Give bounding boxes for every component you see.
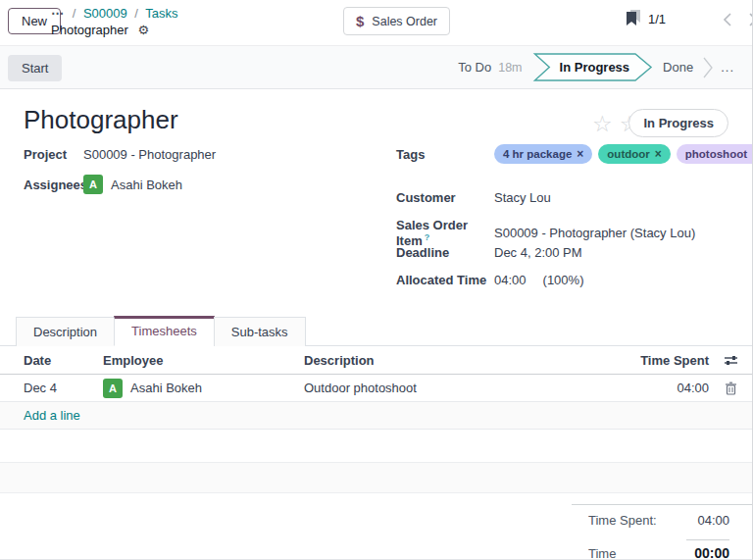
- stage-separator-chevron-icon: [703, 55, 713, 80]
- total-time-spent-row: Time Spent: 04:00: [572, 511, 752, 530]
- star-icon[interactable]: ☆: [592, 111, 613, 136]
- empty-row: [0, 463, 752, 493]
- timesheet-totals: Time Spent: 04:00 Time Remaining? : 00:0…: [572, 504, 752, 560]
- actions-gear-icon[interactable]: ⚙: [137, 23, 149, 37]
- field-label: Tags: [396, 147, 494, 162]
- field-allocated-time: Allocated Time 04:00 (100%): [396, 273, 583, 287]
- field-label: Customer: [396, 190, 494, 205]
- field-tags: Tags 4 hr package × outdoor × photoshoot…: [396, 144, 753, 164]
- field-label: Assignees: [24, 178, 83, 192]
- allocated-time-value[interactable]: 04:00: [494, 273, 527, 287]
- timesheet-time-spent[interactable]: 04:00: [601, 381, 709, 395]
- field-assignees: Assignees A Asahi Bokeh: [24, 175, 182, 194]
- tag-outdoor[interactable]: outdoor ×: [598, 144, 670, 164]
- timesheet-header-row: Date Employee Description Time Spent: [0, 346, 752, 375]
- task-form-sheet: Photographer ☆☆☆ In Progress Project S00…: [0, 90, 752, 559]
- breadcrumb-link-sale-order[interactable]: S00009: [83, 6, 127, 21]
- breadcrumb-separator: /: [134, 6, 138, 21]
- delete-row-trash-icon[interactable]: [709, 382, 752, 395]
- breadcrumb-current-record: Photographer: [51, 23, 128, 37]
- assignee-avatar[interactable]: A: [83, 175, 103, 194]
- chevron-left-icon: [723, 13, 732, 26]
- stage-duration: 18m: [498, 61, 522, 75]
- timesheet-employee[interactable]: A Asahi Bokeh: [103, 379, 304, 398]
- stage-label: Done: [663, 60, 693, 75]
- odoo-task-window: New ⋯ / S00009 / Tasks Photographer ⚙ $ …: [0, 0, 753, 560]
- stage-badge: In Progress: [628, 109, 728, 137]
- field-label: Project: [24, 147, 83, 162]
- control-panel: New ⋯ / S00009 / Tasks Photographer ⚙ $ …: [0, 0, 752, 45]
- notebook-tabs: Description Timesheets Sub-tasks: [0, 317, 752, 346]
- deadline-value[interactable]: Dec 4, 2:00 PM: [494, 245, 582, 260]
- breadcrumb: ⋯ / S00009 / Tasks Photographer ⚙: [51, 5, 178, 38]
- field-project: Project S00009 - Photographer: [24, 147, 216, 162]
- time-remaining-value: 00:00: [686, 539, 729, 560]
- allocated-time-percent: (100%): [543, 273, 584, 287]
- column-header-time-spent[interactable]: Time Spent: [601, 353, 709, 368]
- pager-previous-button[interactable]: [716, 7, 739, 32]
- time-spent-total-label: Time Spent:: [588, 513, 657, 528]
- status-bar: Start To Do 18m In Progress Done: [0, 45, 752, 89]
- add-a-line-row: Add a line: [0, 402, 752, 430]
- time-remaining-row: Time Remaining? : 00:00: [572, 537, 752, 560]
- task-title[interactable]: Photographer: [24, 105, 178, 135]
- tag-remove-icon[interactable]: ×: [577, 147, 583, 161]
- employee-name: Asahi Bokeh: [130, 381, 202, 395]
- tag-label: 4 hr package: [503, 148, 572, 160]
- field-label: Sales Order Item?: [396, 218, 494, 248]
- timesheet-row[interactable]: Dec 4 A Asahi Bokeh Outdoor photoshoot 0…: [0, 375, 752, 402]
- tab-sub-tasks[interactable]: Sub-tasks: [214, 317, 306, 346]
- column-header-date[interactable]: Date: [24, 353, 103, 368]
- tag-label: photoshoot: [685, 148, 747, 160]
- field-label: Deadline: [396, 245, 494, 260]
- timesheet-description[interactable]: Outdoor photoshoot: [304, 381, 601, 395]
- field-sales-order-item: Sales Order Item? S00009 - Photographer …: [396, 218, 695, 248]
- assignee-name[interactable]: Asahi Bokeh: [111, 178, 182, 192]
- time-remaining-label: Time Remaining? :: [588, 546, 686, 560]
- time-spent-total-value: 04:00: [697, 513, 729, 528]
- tab-timesheets[interactable]: Timesheets: [114, 316, 215, 346]
- stage-to-do[interactable]: To Do 18m: [448, 60, 531, 75]
- stage-buttons: To Do 18m In Progress Done ...: [448, 46, 748, 88]
- column-header-description[interactable]: Description: [304, 353, 601, 368]
- start-timer-button[interactable]: Start: [8, 55, 62, 81]
- time-remaining-label-text: Time Remaining: [588, 546, 649, 560]
- customer-value[interactable]: Stacy Lou: [494, 190, 551, 205]
- add-a-line-link[interactable]: Add a line: [24, 408, 601, 423]
- sales-order-button-label: Sales Order: [372, 15, 437, 28]
- field-label: Allocated Time: [396, 273, 494, 287]
- tags-list: 4 hr package × outdoor × photoshoot ×: [494, 144, 753, 164]
- stage-done[interactable]: Done: [653, 60, 703, 75]
- breadcrumb-separator: /: [73, 6, 76, 21]
- tab-description[interactable]: Description: [16, 317, 115, 346]
- tag-label: outdoor: [607, 148, 649, 160]
- stage-label: ...: [721, 60, 734, 75]
- breadcrumb-line-2: Photographer ⚙: [51, 22, 178, 38]
- tag-remove-icon[interactable]: ×: [655, 147, 662, 161]
- employee-avatar: A: [103, 379, 123, 398]
- column-header-employee[interactable]: Employee: [103, 353, 304, 368]
- breadcrumb-link-tasks[interactable]: Tasks: [145, 6, 177, 21]
- breadcrumb-line-1: ⋯ / S00009 / Tasks: [51, 5, 178, 22]
- pager-count: 1/1: [648, 12, 666, 26]
- project-value[interactable]: S00009 - Photographer: [83, 147, 216, 162]
- field-deadline: Deadline Dec 4, 2:00 PM: [396, 245, 582, 260]
- dollar-icon: $: [356, 13, 364, 29]
- bookmark-icon[interactable]: [625, 9, 642, 26]
- empty-row: [0, 430, 752, 463]
- field-customer: Customer Stacy Lou: [396, 190, 551, 205]
- stage-label: To Do: [458, 60, 491, 75]
- breadcrumb-overflow-menu[interactable]: ⋯: [51, 6, 65, 21]
- field-label-text: Sales Order Item: [396, 218, 468, 248]
- stage-more-button[interactable]: ...: [713, 60, 748, 75]
- chevron-right-icon: [748, 13, 753, 26]
- pager-next-button[interactable]: [741, 7, 753, 32]
- optional-columns-icon[interactable]: [709, 354, 752, 367]
- help-question-icon[interactable]: ?: [425, 232, 430, 242]
- stage-in-progress-active[interactable]: In Progress: [532, 53, 654, 81]
- tag-4hr-package[interactable]: 4 hr package ×: [494, 144, 592, 164]
- tag-photoshoot[interactable]: photoshoot ×: [677, 144, 753, 164]
- sales-order-item-value[interactable]: S00009 - Photographer (Stacy Lou): [494, 226, 695, 240]
- sales-order-smart-button[interactable]: $ Sales Order: [343, 7, 450, 35]
- timesheet-date[interactable]: Dec 4: [24, 381, 103, 395]
